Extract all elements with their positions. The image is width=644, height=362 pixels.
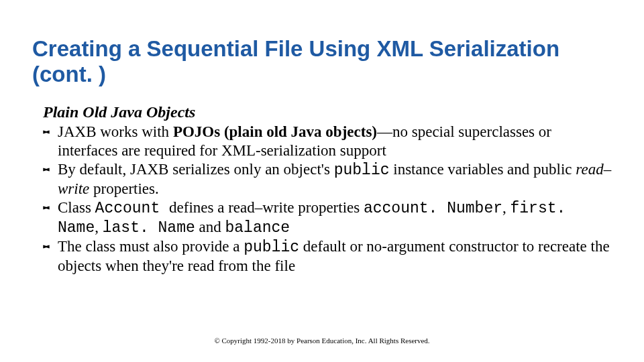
- text-code: last. Name: [103, 219, 195, 237]
- text: ,: [95, 219, 103, 235]
- text: properties.: [89, 180, 158, 197]
- text-code: public: [334, 162, 390, 179]
- text: defines a read–write properties: [169, 199, 364, 216]
- list-item: By default, JAXB serializes only an obje…: [43, 160, 612, 198]
- text: The class must also provide a: [58, 238, 244, 255]
- text: By default, JAXB serializes only an obje…: [58, 161, 334, 178]
- slide: Creating a Sequential File Using XML Ser…: [0, 0, 644, 362]
- text: instance variables and public: [390, 161, 576, 178]
- slide-title: Creating a Sequential File Using XML Ser…: [32, 36, 612, 87]
- list-item: The class must also provide a public def…: [43, 237, 612, 276]
- text-code: public: [244, 239, 299, 256]
- bullet-list: JAXB works with POJOs (plain old Java ob…: [43, 123, 612, 276]
- text-bold: POJOs (plain old Java objects): [173, 123, 377, 140]
- list-item: JAXB works with POJOs (plain old Java ob…: [43, 123, 612, 160]
- text: and: [195, 219, 225, 235]
- text: ,: [502, 199, 511, 216]
- copyright-footer: © Copyright 1992-2018 by Pearson Educati…: [0, 337, 644, 345]
- text: Class: [58, 199, 95, 216]
- text-code: account. Number: [364, 200, 502, 217]
- text-code: Account: [95, 200, 169, 217]
- slide-subhead: Plain Old Java Objects: [43, 103, 612, 121]
- list-item: Class Account defines a read–write prope…: [43, 198, 612, 237]
- text-code: balance: [225, 219, 290, 237]
- text: JAXB works with: [58, 123, 173, 140]
